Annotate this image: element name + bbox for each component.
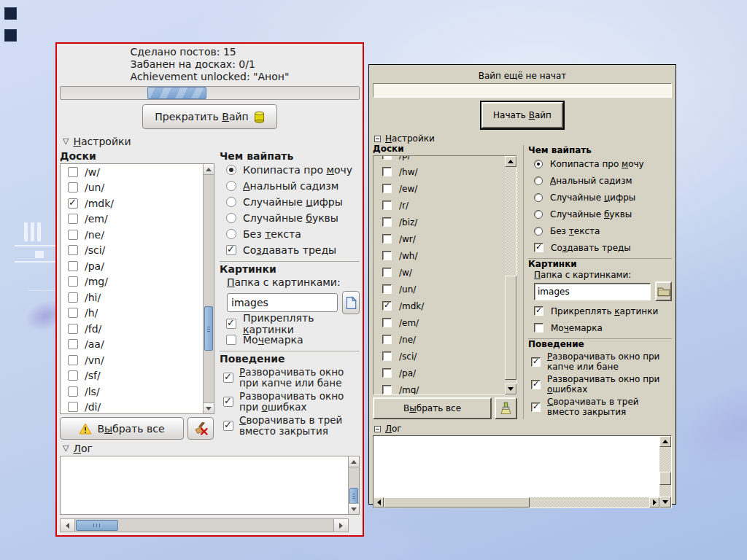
wipe-mode-radio-option[interactable]: Случайные цифры [528,189,672,206]
browse-folder-button[interactable] [342,291,360,314]
scrollbar-thumb[interactable] [505,276,516,381]
scroll-up-arrow[interactable] [659,436,671,447]
scroll-left-arrow[interactable] [374,497,384,508]
radio-button[interactable] [226,181,236,191]
log-output[interactable] [373,435,672,508]
board-checkbox[interactable] [68,355,78,365]
board-checkbox[interactable] [68,261,78,271]
scrollbar-thumb[interactable] [384,497,530,508]
board-checkbox[interactable] [382,201,392,210]
board-checkbox[interactable] [382,268,392,277]
behavior-checkbox[interactable] [223,373,233,383]
boards-list[interactable]: /w/ /un/ /mdk/ /em/ [60,163,214,414]
desktop-icon[interactable] [4,7,17,20]
board-item[interactable]: /sci/ [61,243,203,259]
board-item[interactable]: /aa/ [61,337,203,353]
create-threads-checkbox[interactable] [226,245,236,255]
board-checkbox[interactable] [68,198,78,209]
board-checkbox[interactable] [68,370,78,381]
mochemarka-option[interactable]: Мочемарка [528,319,672,336]
radio-button[interactable] [226,213,236,223]
boards-scrollbar[interactable] [505,156,516,394]
radio-button[interactable] [534,227,543,236]
wipe-mode-radio-option[interactable]: Случайные буквы [528,206,672,222]
board-checkbox[interactable] [382,318,392,327]
board-checkbox[interactable] [68,292,78,303]
radio-button[interactable] [534,160,543,168]
images-folder-input[interactable] [227,293,338,312]
board-item[interactable]: /mg/ [374,381,505,394]
board-checkbox[interactable] [68,308,78,318]
scroll-right-arrow[interactable] [649,497,659,508]
attach-images-checkbox[interactable] [534,306,543,316]
wipe-mode-radio-option[interactable]: Копипаста про мочу [220,162,360,178]
scroll-down-arrow[interactable] [659,497,671,508]
attach-images-option[interactable]: Прикреплять картинки [220,316,360,332]
board-item[interactable]: /hi/ [61,289,203,306]
scroll-up-arrow[interactable] [204,164,214,175]
board-checkbox[interactable] [382,284,392,294]
create-threads-option[interactable]: Создавать треды [528,239,672,256]
create-threads-option[interactable]: Создавать треды [220,242,360,258]
board-item[interactable]: /h/ [61,306,203,322]
board-item[interactable]: /r/ [374,197,505,214]
log-scrollbar-horizontal[interactable] [374,497,659,508]
board-checkbox[interactable] [382,335,392,344]
board-checkbox[interactable] [382,368,392,378]
desktop-icon[interactable] [4,29,17,42]
board-item[interactable]: /ne/ [374,331,505,348]
scroll-down-arrow[interactable] [349,503,359,514]
scrollbar-thumb[interactable] [659,472,671,485]
attach-images-option[interactable]: Прикреплять картинки [528,303,672,319]
board-item[interactable]: /pa/ [374,365,505,381]
board-item[interactable]: /mg/ [61,274,203,290]
board-item[interactable]: /hw/ [374,163,505,180]
log-scrollbar-vertical[interactable] [348,456,359,514]
settings-expander[interactable]: Настройки [374,133,676,144]
board-item[interactable]: /em/ [374,314,505,331]
board-item[interactable]: /mdk/ [61,195,203,211]
board-checkbox[interactable] [68,214,78,224]
board-checkbox[interactable] [68,339,78,349]
wipe-mode-radio-option[interactable]: Без текста [528,222,672,239]
board-checkbox[interactable] [68,402,78,412]
wipe-mode-radio-option[interactable]: Без текста [220,226,360,242]
mochemarka-checkbox[interactable] [226,335,236,345]
scroll-down-arrow[interactable] [204,402,214,413]
board-item[interactable]: /un/ [61,180,203,196]
behavior-checkbox[interactable] [223,421,233,431]
log-expander[interactable]: ▽ Лог [63,443,363,454]
behavior-option[interactable]: Сворачивать в трей вместо закрытия [528,397,672,417]
board-checkbox[interactable] [382,217,392,227]
scroll-down-arrow[interactable] [505,384,516,394]
select-all-button[interactable]: Выбрать все [373,397,492,419]
board-item[interactable]: /biz/ [374,214,505,230]
board-checkbox[interactable] [68,245,78,255]
wipe-mode-radio-option[interactable]: Анальный садизм [528,172,672,189]
board-checkbox[interactable] [382,156,392,160]
scrollbar-thumb[interactable] [76,520,118,531]
board-checkbox[interactable] [382,251,392,260]
board-item[interactable]: /vn/ [61,352,203,368]
board-item[interactable]: /p/ [374,156,505,163]
board-item[interactable]: /sf/ [61,368,203,384]
board-checkbox[interactable] [382,351,392,361]
behavior-option[interactable]: Разворачивать окно при капче или бане [220,367,360,389]
board-item[interactable]: /w/ [61,164,203,180]
board-checkbox[interactable] [382,385,392,394]
stop-wipe-button[interactable]: Прекратить Вайп [142,104,277,129]
scroll-up-arrow[interactable] [349,456,359,467]
radio-button[interactable] [534,210,543,219]
board-checkbox[interactable] [382,301,392,311]
log-expander[interactable]: Лог [374,424,676,434]
board-item[interactable]: /un/ [374,281,505,298]
behavior-checkbox[interactable] [223,397,233,407]
behavior-checkbox[interactable] [531,380,541,389]
scroll-right-arrow[interactable] [333,519,348,532]
board-checkbox[interactable] [68,182,78,192]
board-item[interactable]: /em/ [61,211,203,228]
wipe-mode-radio-option[interactable]: Случайные цифры [220,194,360,210]
start-wipe-button[interactable]: Начать Вайп [481,102,563,128]
radio-button[interactable] [534,193,543,202]
board-item[interactable]: /wr/ [374,230,505,247]
